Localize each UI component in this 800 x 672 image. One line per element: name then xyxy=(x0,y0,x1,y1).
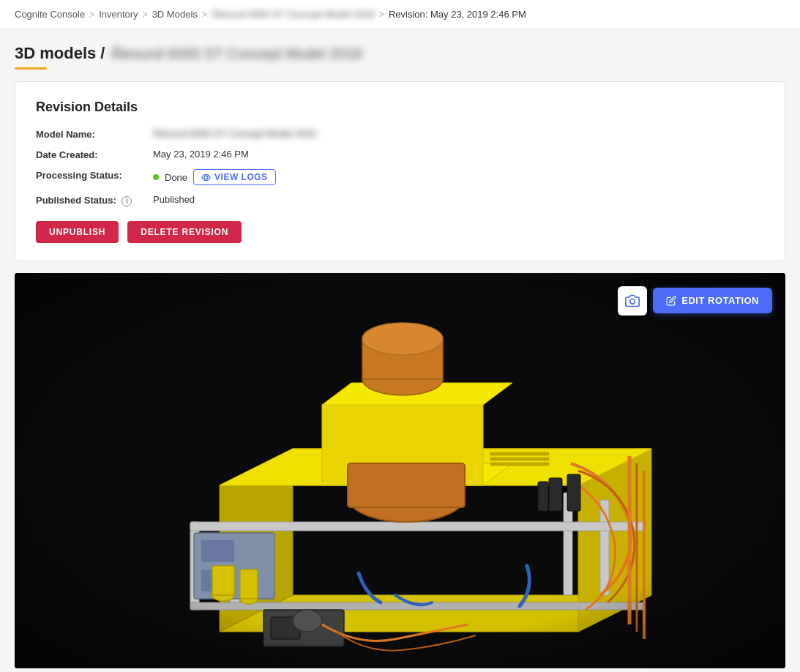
breadcrumb: Cognite Console > Inventory > 3D Models … xyxy=(0,0,800,29)
edit-icon xyxy=(666,296,676,306)
3d-viewer-container[interactable]: EDIT ROTATION xyxy=(15,273,785,668)
page-title-prefix: 3D models / xyxy=(15,44,105,63)
camera-icon xyxy=(625,294,640,308)
view-logs-label: VIEW LOGS xyxy=(214,172,268,182)
breadcrumb-sep-3: > xyxy=(202,10,207,20)
value-published-status: Published xyxy=(153,194,195,205)
label-model-name: Model Name: xyxy=(36,128,153,140)
page-title-model-name: Ålesund 6000 ST Concept Model 2018 xyxy=(111,45,362,62)
page-title: 3D models / Ålesund 6000 ST Concept Mode… xyxy=(15,44,785,63)
detail-row-processing: Processing Status: Done VIEW LOGS xyxy=(36,169,764,185)
edit-rotation-label: EDIT ROTATION xyxy=(681,295,759,306)
card-title: Revision Details xyxy=(36,100,764,115)
view-logs-button[interactable]: VIEW LOGS xyxy=(193,169,276,185)
action-buttons: UNPUBLISH DELETE REVISION xyxy=(36,221,764,243)
value-date-created: May 23, 2019 2:46 PM xyxy=(153,149,249,160)
detail-row-date: Date Created: May 23, 2019 2:46 PM xyxy=(36,149,764,160)
breadcrumb-3d-models[interactable]: 3D Models xyxy=(152,9,198,20)
value-processing-status: Done VIEW LOGS xyxy=(153,169,276,185)
3d-model-svg xyxy=(15,273,785,668)
breadcrumb-cognite-console[interactable]: Cognite Console xyxy=(15,9,85,20)
page-title-underline xyxy=(15,67,47,70)
label-date-created: Date Created: xyxy=(36,149,153,160)
label-published-status: Published Status: i xyxy=(36,194,153,206)
eye-icon xyxy=(201,173,211,182)
detail-row-model-name: Model Name: Ålesund 6000 ST Concept Mode… xyxy=(36,128,764,140)
camera-button[interactable] xyxy=(618,286,647,316)
delete-revision-button[interactable]: DELETE REVISION xyxy=(127,221,242,243)
detail-row-published: Published Status: i Published xyxy=(36,194,764,206)
svg-point-0 xyxy=(204,176,208,179)
info-icon[interactable]: i xyxy=(122,196,132,206)
model-name-value: Ålesund 6000 ST Concept Model 2018 xyxy=(153,128,316,139)
label-processing-status: Processing Status: xyxy=(36,169,153,181)
page-header: 3D models / Ålesund 6000 ST Concept Mode… xyxy=(0,29,800,81)
revision-details-card: Revision Details Model Name: Ålesund 600… xyxy=(15,81,785,261)
viewer-toolbar: EDIT ROTATION xyxy=(618,286,772,316)
edit-rotation-button[interactable]: EDIT ROTATION xyxy=(653,288,772,313)
breadcrumb-sep-4: > xyxy=(379,10,384,20)
breadcrumb-revision: Revision: May 23, 2019 2:46 PM xyxy=(389,9,526,20)
breadcrumb-model-name[interactable]: Ålesund 6000 ST Concept Model 2018 xyxy=(212,9,375,20)
breadcrumb-inventory[interactable]: Inventory xyxy=(99,9,138,20)
svg-rect-37 xyxy=(15,273,785,668)
value-model-name: Ålesund 6000 ST Concept Model 2018 xyxy=(153,128,316,139)
breadcrumb-sep-1: > xyxy=(89,10,94,20)
status-dot-done xyxy=(153,174,159,180)
unpublish-button[interactable]: UNPUBLISH xyxy=(36,221,119,243)
processing-status-text: Done xyxy=(165,172,187,183)
breadcrumb-sep-2: > xyxy=(143,10,148,20)
svg-point-38 xyxy=(630,299,635,304)
